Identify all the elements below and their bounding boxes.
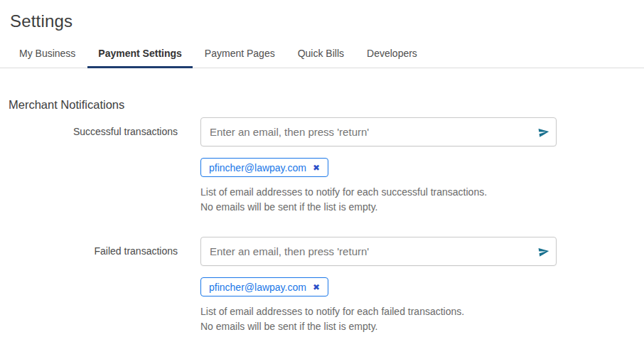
chip-email-text: pfincher@lawpay.com <box>209 163 306 173</box>
page-title: Settings <box>0 0 644 31</box>
remove-email-icon[interactable]: ✖ <box>313 283 320 292</box>
failed-transactions-email-input[interactable] <box>200 237 557 266</box>
tab-payment-settings[interactable]: Payment Settings <box>87 48 192 68</box>
settings-tabs: My Business Payment Settings Payment Pag… <box>0 31 644 68</box>
failed-transactions-input-wrap <box>200 237 557 266</box>
email-chip: pfincher@lawpay.com ✖ <box>200 277 328 296</box>
helper-text-line2: No emails will be sent if the list is em… <box>200 200 557 215</box>
successful-transactions-group: Successful transactions pfincher@lawpay.… <box>0 117 644 214</box>
email-chip: pfincher@lawpay.com ✖ <box>200 158 328 177</box>
tab-payment-pages[interactable]: Payment Pages <box>194 48 286 68</box>
helper-text-line2: No emails will be sent if the list is em… <box>200 319 557 334</box>
helper-text-line1: List of email addresses to notify for ea… <box>200 304 557 319</box>
section-title-merchant-notifications: Merchant Notifications <box>9 98 644 112</box>
send-icon[interactable] <box>537 125 550 138</box>
successful-transactions-label: Successful transactions <box>0 117 178 146</box>
send-icon[interactable] <box>537 245 550 257</box>
tab-my-business[interactable]: My Business <box>9 48 86 68</box>
failed-transactions-label: Failed transactions <box>0 237 178 266</box>
helper-text-line1: List of email addresses to notify for ea… <box>200 185 557 200</box>
settings-page: Settings My Business Payment Settings Pa… <box>0 0 644 342</box>
successful-transactions-email-input[interactable] <box>200 117 557 146</box>
remove-email-icon[interactable]: ✖ <box>313 164 320 172</box>
tab-quick-bills[interactable]: Quick Bills <box>287 48 355 68</box>
failed-transactions-group: Failed transactions pfincher@lawpay.com … <box>0 237 644 333</box>
tab-developers[interactable]: Developers <box>356 48 428 68</box>
successful-transactions-input-wrap <box>200 117 557 146</box>
chip-email-text: pfincher@lawpay.com <box>209 282 306 292</box>
